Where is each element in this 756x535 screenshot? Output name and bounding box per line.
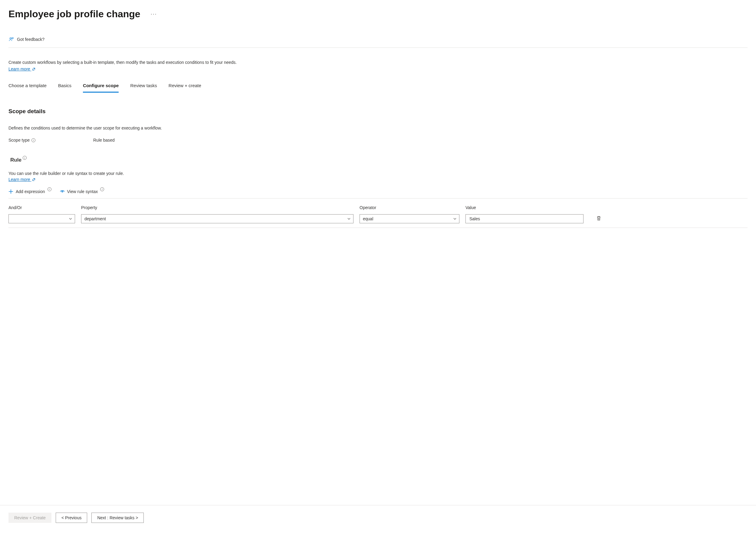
operator-dropdown[interactable]: equal (359, 214, 460, 223)
scope-details-heading: Scope details (9, 108, 747, 115)
view-rule-syntax-button[interactable]: View rule syntax i (60, 189, 104, 194)
plus-icon (9, 189, 13, 194)
intro-learn-more-link[interactable]: Learn more (9, 67, 35, 71)
scope-type-value: Rule based (93, 138, 115, 143)
column-header-operator: Operator (359, 205, 460, 210)
eye-icon (60, 189, 65, 194)
delete-row-button[interactable] (596, 216, 602, 222)
scope-details-description: Defines the conditions used to determine… (9, 126, 747, 130)
review-create-button: Review + Create (9, 513, 51, 523)
page-title: Employee job profile change (9, 9, 140, 20)
chevron-down-icon (69, 217, 72, 221)
info-icon[interactable]: i (32, 138, 35, 142)
wizard-footer: Review + Create < Previous Next : Review… (0, 505, 756, 523)
column-header-property: Property (81, 205, 353, 210)
external-link-icon (32, 68, 35, 71)
previous-button[interactable]: < Previous (56, 513, 88, 523)
chevron-down-icon (347, 217, 351, 221)
intro-learn-more-label: Learn more (9, 67, 30, 71)
property-dropdown[interactable]: department (81, 214, 353, 223)
rule-row: department equal (9, 214, 747, 228)
tab-review-tasks[interactable]: Review tasks (130, 83, 157, 92)
svg-point-1 (62, 191, 63, 192)
tab-basics[interactable]: Basics (58, 83, 71, 92)
svg-point-0 (10, 38, 11, 39)
rule-heading: Rule (10, 157, 21, 163)
value-input-wrapper[interactable] (465, 214, 583, 223)
property-value: department (84, 216, 106, 221)
tab-review-create[interactable]: Review + create (169, 83, 201, 92)
rule-learn-more-link[interactable]: Learn more (9, 177, 35, 182)
chevron-down-icon (453, 217, 457, 221)
feedback-label: Got feedback? (17, 37, 44, 42)
tab-configure-scope[interactable]: Configure scope (83, 83, 119, 93)
add-expression-label: Add expression (16, 189, 45, 194)
tab-choose-template[interactable]: Choose a template (9, 83, 46, 92)
view-rule-syntax-label: View rule syntax (67, 189, 98, 194)
wizard-tabs: Choose a template Basics Configure scope… (9, 83, 747, 92)
trash-icon (596, 216, 602, 221)
feedback-link[interactable]: Got feedback? (9, 37, 747, 48)
info-icon[interactable]: i (47, 187, 51, 191)
operator-value: equal (363, 216, 373, 221)
intro-text: Create custom workflows by selecting a b… (9, 60, 747, 65)
value-input[interactable] (469, 216, 580, 221)
next-button[interactable]: Next : Review tasks > (91, 513, 144, 523)
rule-description: You can use the rule builder or rule syn… (9, 171, 747, 176)
info-icon[interactable]: i (100, 187, 104, 191)
andor-dropdown[interactable] (9, 214, 75, 223)
column-header-andor: And/Or (9, 205, 75, 210)
feedback-icon (9, 37, 14, 42)
rule-learn-more-label: Learn more (9, 177, 30, 182)
info-icon[interactable]: i (23, 156, 27, 160)
add-expression-button[interactable]: Add expression i (9, 189, 51, 194)
column-header-value: Value (465, 205, 583, 210)
scope-type-label: Scope type (9, 138, 30, 143)
external-link-icon (32, 178, 35, 181)
more-actions-button[interactable]: ··· (149, 10, 159, 18)
